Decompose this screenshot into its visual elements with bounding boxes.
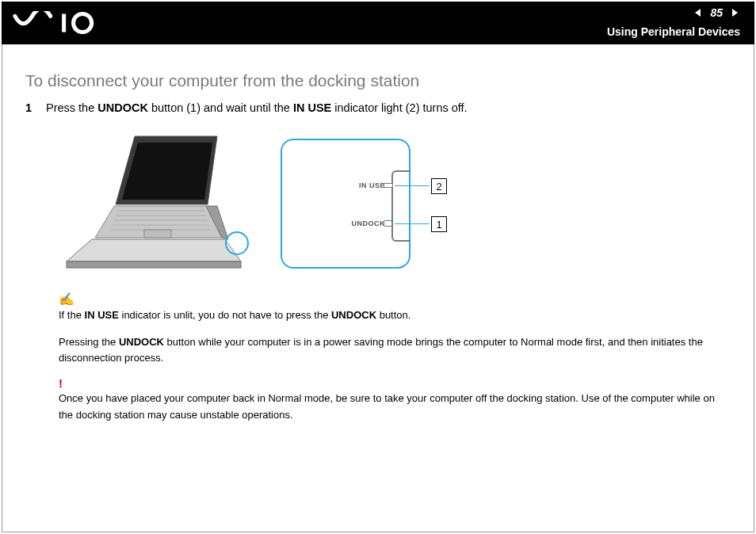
page-content: To disconnect your computer from the doc…: [25, 71, 731, 434]
undock-button-icon: [384, 220, 393, 227]
page-heading: To disconnect your computer from the doc…: [25, 71, 731, 90]
figure: IN USE UNDOCK 2 1: [59, 128, 731, 279]
page-number: 85: [710, 6, 723, 19]
vaio-logo: [13, 11, 116, 35]
label-undock: UNDOCK: [352, 219, 386, 227]
warning-icon: !: [59, 377, 731, 389]
dock-edge: [391, 170, 410, 242]
section-title: Using Peripheral Devices: [607, 25, 740, 38]
step-item: 1 Press the UNDOCK button (1) and wait u…: [25, 101, 731, 114]
svg-point-1: [74, 13, 92, 32]
in-use-led-icon: [384, 183, 393, 188]
notes-block: ✍ If the IN USE indicator is unlit, you …: [59, 293, 731, 423]
callout-panel: IN USE UNDOCK 2 1: [281, 139, 410, 269]
step-number: 1: [25, 101, 35, 114]
warning-text: Once you have placed your computer back …: [59, 391, 731, 422]
callout-tag-1: 1: [431, 216, 447, 232]
step-text: Press the UNDOCK button (1) and wait unt…: [46, 101, 468, 114]
steps-list: 1 Press the UNDOCK button (1) and wait u…: [25, 101, 731, 114]
note-icon: ✍: [59, 293, 731, 306]
label-in-use: IN USE: [359, 181, 385, 189]
page-nav: 85: [693, 6, 740, 19]
leader-line: [395, 223, 430, 224]
svg-rect-7: [144, 230, 171, 238]
svg-rect-0: [62, 13, 66, 32]
page-header: 85 Using Peripheral Devices: [2, 2, 754, 44]
note-text: Pressing the UNDOCK button while your co…: [59, 334, 731, 366]
laptop-illustration: [59, 128, 257, 279]
note-text: If the IN USE indicator is unlit, you do…: [59, 307, 731, 323]
leader-line: [395, 185, 430, 186]
prev-page-icon[interactable]: [693, 7, 704, 18]
next-page-icon[interactable]: [729, 7, 740, 18]
callout-hotspot: [225, 231, 249, 255]
callout-tag-2: 2: [431, 178, 447, 194]
